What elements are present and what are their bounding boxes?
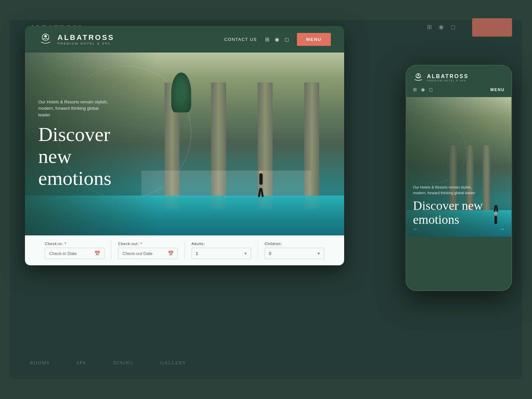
mobile-title-line1: Discover new [413,199,483,212]
booking-bar: Check-in: * Check-in Date 📅 Check-out: *… [25,235,344,265]
foursquare-icon[interactable]: ⊞ [265,36,269,43]
mobile-foursquare-icon[interactable]: ⊞ [413,87,417,92]
bg-instagram-icon: ◻ [451,23,456,31]
children-field: Children: 0 ▾ [258,242,331,259]
adults-value: 1 [196,251,198,256]
mobile-hero-text: Our Hotels & Resorts remain stylish, mod… [406,97,511,237]
mobile-logo-icon [413,72,424,83]
desktop-header: ALBATROSS PREMIUM HOTEL & SPA CONTACT US… [25,26,344,53]
desktop-logo: ALBATROSS PREMIUM HOTEL & SPA [38,32,114,47]
checkout-placeholder: Check-out Date [122,251,152,256]
mobile-nav-row: ⊞ ◉ ◻ MENU [413,87,505,97]
hero-arrow-left[interactable]: ← [38,175,45,182]
mobile-logo-text: ALBATROSS PREMIUM HOTEL & SPA [427,73,468,82]
hero-figure [258,171,264,197]
desktop-nav: CONTACT US ⊞ ◉ ◻ MENU [224,33,331,46]
mobile-header: ALBATROSS PREMIUM HOTEL & SPA ⊞ ◉ ◻ MENU [406,66,511,97]
tripadvisor-icon[interactable]: ◉ [275,36,279,43]
checkin-label: Check-in: * [45,242,104,246]
mobile-hero-title: Discover new emotions [413,199,505,227]
adults-select[interactable]: 1 ▾ [192,248,251,259]
checkout-calendar-icon: 📅 [168,251,174,256]
contact-link[interactable]: CONTACT US [224,37,257,42]
figure-body [259,173,263,185]
mobile-tripadvisor-icon[interactable]: ◉ [421,87,425,92]
bg-label-4: GALLERY [160,360,187,366]
checkin-field: Check-in: * Check-in Date 📅 [38,242,111,259]
children-select[interactable]: 0 ▾ [265,248,324,259]
mobile-logo-subtitle: PREMIUM HOTEL & SPA [427,79,468,82]
desktop-mockup: ALBATROSS PREMIUM HOTEL & SPA CONTACT US… [25,26,344,265]
bg-bottom-labels: ROOMS SPA DINING GALLERY [30,360,187,366]
hero-arrow-right[interactable]: → [55,175,62,182]
bg-menu-button [472,18,512,37]
hero-plant [171,72,191,112]
checkin-placeholder: Check-in Date [49,251,76,256]
children-label: Children: [265,242,324,246]
mobile-arrow-left[interactable]: ← [413,226,418,232]
checkout-label: Check-out: * [118,242,178,246]
svg-point-1 [45,35,47,37]
mobile-arrow-right[interactable]: → [499,226,505,232]
bg-social-icons: ⊞ ◉ ◻ [427,23,456,31]
menu-button[interactable]: MENU [297,33,331,46]
hero-subtitle: Our Hotels & Resorts remain stylish, mod… [38,99,111,118]
bg-foursquare-icon: ⊞ [427,23,432,31]
children-chevron-icon: ▾ [318,251,320,256]
mobile-hero-subtitle: Our Hotels & Resorts remain stylish, mod… [413,185,486,196]
mobile-logo-name: ALBATROSS [427,73,468,79]
bg-label-1: ROOMS [30,360,50,366]
checkout-field: Check-out: * Check-out Date 📅 [111,242,185,259]
bg-tripadvisor-icon: ◉ [439,23,444,31]
svg-point-3 [418,74,419,76]
adults-label: Adults: [192,242,251,246]
mobile-logo-row: ALBATROSS PREMIUM HOTEL & SPA [413,72,505,83]
mobile-instagram-icon[interactable]: ◻ [429,87,433,92]
mobile-title-line2: emotions [413,212,459,226]
social-links: ⊞ ◉ ◻ [265,36,289,43]
checkin-calendar-icon: 📅 [94,251,100,256]
mobile-menu-button[interactable]: MENU [490,87,505,92]
hero-text-overlay: Our Hotels & Resorts remain stylish, mod… [25,53,158,235]
logo-subtitle: PREMIUM HOTEL & SPA [58,42,114,45]
mobile-hero-arrows: ← → [413,226,505,232]
logo-text-block: ALBATROSS PREMIUM HOTEL & SPA [58,33,114,45]
children-value: 0 [269,251,271,256]
mobile-hero: Our Hotels & Resorts remain stylish, mod… [406,97,511,237]
desktop-hero: Our Hotels & Resorts remain stylish, mod… [25,53,344,235]
checkout-input[interactable]: Check-out Date 📅 [118,248,178,259]
figure-leg-2 [260,188,264,198]
bg-label-3: DINING [113,360,134,366]
instagram-icon[interactable]: ◻ [285,36,289,43]
mobile-mockup: ALBATROSS PREMIUM HOTEL & SPA ⊞ ◉ ◻ MENU [406,65,512,291]
albatross-logo-icon [38,32,53,47]
bg-label-2: SPA [76,360,86,366]
adults-field: Adults: 1 ▾ [185,242,258,259]
hero-furniture [141,171,311,197]
adults-chevron-icon: ▾ [244,251,247,256]
checkin-input[interactable]: Check-in Date 📅 [45,248,104,259]
hero-nav-arrows: ← → [38,175,62,182]
logo-name: ALBATROSS [58,33,114,42]
mobile-social-icons: ⊞ ◉ ◻ [413,87,433,92]
